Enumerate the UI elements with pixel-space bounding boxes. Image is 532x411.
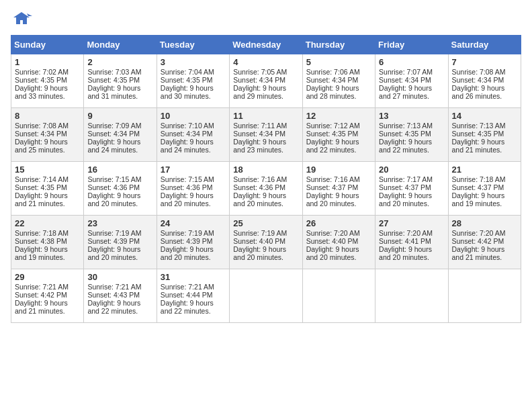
sunrise-label: Sunrise: 7:15 AM bbox=[87, 175, 141, 183]
day-number: 29 bbox=[15, 272, 80, 282]
daylight-label: Daylight: 9 hours and 19 minutes. bbox=[452, 191, 505, 208]
sunrise-label: Sunrise: 7:18 AM bbox=[15, 229, 69, 237]
daylight-label: Daylight: 9 hours and 29 minutes. bbox=[233, 84, 286, 100]
sunrise-label: Sunrise: 7:13 AM bbox=[379, 122, 433, 130]
daylight-label: Daylight: 9 hours and 19 minutes. bbox=[15, 245, 68, 261]
day-cell-25: 25Sunrise: 7:19 AMSunset: 4:40 PMDayligh… bbox=[230, 216, 302, 269]
day-cell-6: 6Sunrise: 7:07 AMSunset: 4:34 PMDaylight… bbox=[375, 54, 448, 108]
empty-cell bbox=[375, 269, 448, 323]
day-cell-20: 20Sunrise: 7:17 AMSunset: 4:37 PMDayligh… bbox=[375, 162, 448, 216]
sunset-label: Sunset: 4:34 PM bbox=[233, 76, 285, 84]
day-number: 31 bbox=[161, 272, 226, 282]
daylight-label: Daylight: 9 hours and 24 minutes. bbox=[161, 138, 214, 154]
col-sunday: Sunday bbox=[11, 36, 84, 54]
sunrise-label: Sunrise: 7:09 AM bbox=[87, 122, 141, 130]
daylight-label: Daylight: 9 hours and 20 minutes. bbox=[161, 191, 214, 208]
daylight-label: Daylight: 9 hours and 20 minutes. bbox=[233, 191, 286, 208]
col-wednesday: Wednesday bbox=[230, 36, 302, 54]
sunrise-label: Sunrise: 7:04 AM bbox=[161, 68, 214, 76]
daylight-label: Daylight: 9 hours and 22 minutes. bbox=[161, 299, 214, 315]
sunrise-label: Sunrise: 7:08 AM bbox=[452, 68, 506, 76]
day-number: 16 bbox=[87, 165, 152, 175]
daylight-label: Daylight: 9 hours and 28 minutes. bbox=[306, 84, 359, 100]
day-cell-23: 23Sunrise: 7:19 AMSunset: 4:39 PMDayligh… bbox=[84, 216, 157, 269]
sunrise-label: Sunrise: 7:19 AM bbox=[161, 229, 214, 237]
sunset-label: Sunset: 4:37 PM bbox=[306, 183, 359, 191]
day-number: 19 bbox=[306, 165, 371, 175]
day-number: 27 bbox=[379, 218, 444, 228]
day-cell-29: 29Sunrise: 7:21 AMSunset: 4:42 PMDayligh… bbox=[11, 269, 84, 323]
sunset-label: Sunset: 4:43 PM bbox=[87, 291, 140, 299]
sunrise-label: Sunrise: 7:03 AM bbox=[87, 68, 141, 76]
day-cell-30: 30Sunrise: 7:21 AMSunset: 4:43 PMDayligh… bbox=[84, 269, 157, 323]
daylight-label: Daylight: 9 hours and 20 minutes. bbox=[306, 245, 359, 261]
sunset-label: Sunset: 4:36 PM bbox=[161, 183, 213, 191]
day-cell-13: 13Sunrise: 7:13 AMSunset: 4:35 PMDayligh… bbox=[375, 108, 448, 162]
day-number: 12 bbox=[306, 111, 371, 121]
calendar-week-4: 22Sunrise: 7:18 AMSunset: 4:38 PMDayligh… bbox=[11, 216, 521, 269]
sunrise-label: Sunrise: 7:20 AM bbox=[452, 229, 506, 237]
day-number: 6 bbox=[379, 57, 444, 67]
day-number: 25 bbox=[233, 218, 298, 228]
empty-cell bbox=[448, 269, 521, 323]
sunrise-label: Sunrise: 7:11 AM bbox=[233, 122, 287, 130]
day-cell-7: 7Sunrise: 7:08 AMSunset: 4:34 PMDaylight… bbox=[448, 54, 521, 108]
sunset-label: Sunset: 4:37 PM bbox=[452, 183, 504, 191]
day-number: 11 bbox=[233, 111, 298, 121]
col-saturday: Saturday bbox=[448, 36, 521, 54]
day-number: 28 bbox=[452, 218, 517, 228]
sunset-label: Sunset: 4:40 PM bbox=[306, 237, 359, 245]
sunset-label: Sunset: 4:34 PM bbox=[161, 130, 213, 138]
daylight-label: Daylight: 9 hours and 30 minutes. bbox=[161, 84, 214, 100]
day-number: 5 bbox=[306, 57, 371, 67]
day-cell-2: 2Sunrise: 7:03 AMSunset: 4:35 PMDaylight… bbox=[84, 54, 157, 108]
day-cell-28: 28Sunrise: 7:20 AMSunset: 4:42 PMDayligh… bbox=[448, 216, 521, 269]
daylight-label: Daylight: 9 hours and 20 minutes. bbox=[379, 245, 432, 261]
day-cell-15: 15Sunrise: 7:14 AMSunset: 4:35 PMDayligh… bbox=[11, 162, 84, 216]
daylight-label: Daylight: 9 hours and 21 minutes. bbox=[452, 245, 505, 261]
sunset-label: Sunset: 4:36 PM bbox=[87, 183, 140, 191]
day-cell-22: 22Sunrise: 7:18 AMSunset: 4:38 PMDayligh… bbox=[11, 216, 84, 269]
sunrise-label: Sunrise: 7:10 AM bbox=[161, 122, 214, 130]
calendar-week-5: 29Sunrise: 7:21 AMSunset: 4:42 PMDayligh… bbox=[11, 269, 521, 323]
sunset-label: Sunset: 4:35 PM bbox=[87, 76, 140, 84]
logo bbox=[11, 11, 35, 30]
day-number: 8 bbox=[15, 111, 80, 121]
day-number: 18 bbox=[233, 165, 298, 175]
day-cell-17: 17Sunrise: 7:15 AMSunset: 4:36 PMDayligh… bbox=[157, 162, 229, 216]
day-number: 14 bbox=[452, 111, 517, 121]
sunrise-label: Sunrise: 7:06 AM bbox=[306, 68, 360, 76]
day-cell-10: 10Sunrise: 7:10 AMSunset: 4:34 PMDayligh… bbox=[157, 108, 229, 162]
calendar-week-3: 15Sunrise: 7:14 AMSunset: 4:35 PMDayligh… bbox=[11, 162, 521, 216]
sunset-label: Sunset: 4:39 PM bbox=[87, 237, 140, 245]
day-cell-12: 12Sunrise: 7:12 AMSunset: 4:35 PMDayligh… bbox=[302, 108, 375, 162]
day-number: 10 bbox=[161, 111, 226, 121]
daylight-label: Daylight: 9 hours and 22 minutes. bbox=[379, 138, 432, 154]
sunset-label: Sunset: 4:34 PM bbox=[233, 130, 285, 138]
sunrise-label: Sunrise: 7:19 AM bbox=[87, 229, 141, 237]
day-number: 13 bbox=[379, 111, 444, 121]
sunset-label: Sunset: 4:34 PM bbox=[87, 130, 140, 138]
day-number: 30 bbox=[87, 272, 152, 282]
sunrise-label: Sunrise: 7:18 AM bbox=[452, 175, 506, 183]
sunrise-label: Sunrise: 7:20 AM bbox=[306, 229, 360, 237]
day-cell-19: 19Sunrise: 7:16 AMSunset: 4:37 PMDayligh… bbox=[302, 162, 375, 216]
col-friday: Friday bbox=[375, 36, 448, 54]
day-number: 1 bbox=[15, 57, 80, 67]
day-cell-14: 14Sunrise: 7:13 AMSunset: 4:35 PMDayligh… bbox=[448, 108, 521, 162]
day-number: 23 bbox=[87, 218, 152, 228]
day-cell-27: 27Sunrise: 7:20 AMSunset: 4:41 PMDayligh… bbox=[375, 216, 448, 269]
col-thursday: Thursday bbox=[302, 36, 375, 54]
calendar-week-1: 1Sunrise: 7:02 AMSunset: 4:35 PMDaylight… bbox=[11, 54, 521, 108]
sunrise-label: Sunrise: 7:21 AM bbox=[15, 283, 69, 291]
sunset-label: Sunset: 4:41 PM bbox=[379, 237, 431, 245]
day-number: 26 bbox=[306, 218, 371, 228]
sunset-label: Sunset: 4:40 PM bbox=[233, 237, 285, 245]
day-number: 7 bbox=[452, 57, 517, 67]
sunset-label: Sunset: 4:35 PM bbox=[15, 183, 67, 191]
day-number: 20 bbox=[379, 165, 444, 175]
daylight-label: Daylight: 9 hours and 23 minutes. bbox=[233, 138, 286, 154]
sunset-label: Sunset: 4:35 PM bbox=[15, 76, 67, 84]
day-cell-18: 18Sunrise: 7:16 AMSunset: 4:36 PMDayligh… bbox=[230, 162, 302, 216]
sunrise-label: Sunrise: 7:13 AM bbox=[452, 122, 506, 130]
